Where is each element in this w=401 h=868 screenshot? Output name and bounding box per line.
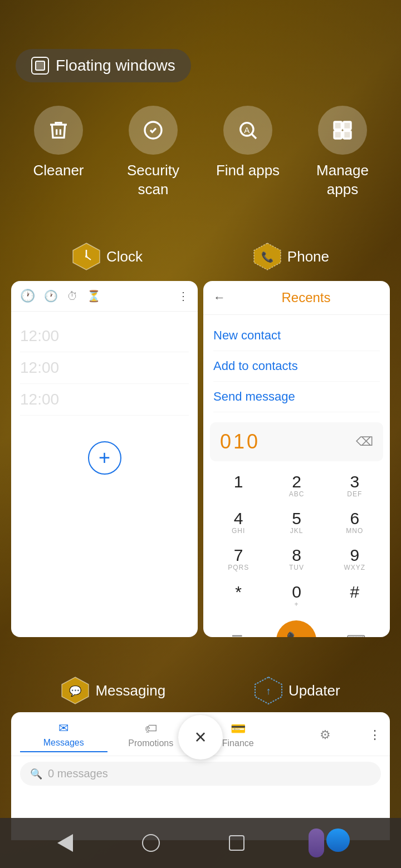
dial-sub-1 bbox=[237, 490, 239, 498]
phone-keypad-button[interactable]: ⌨ bbox=[341, 625, 371, 637]
dial-key-4[interactable]: 4 GHI bbox=[210, 505, 267, 540]
updater-label: Updater bbox=[288, 682, 340, 699]
find-apps-label: Find apps bbox=[216, 161, 280, 180]
dial-key-0[interactable]: 0 + bbox=[268, 578, 325, 614]
svg-text:↑: ↑ bbox=[266, 685, 271, 697]
quick-action-cleaner[interactable]: Cleaner bbox=[17, 106, 100, 199]
svg-text:📞: 📞 bbox=[261, 251, 274, 263]
recents-square-icon bbox=[229, 835, 244, 851]
phone-call-button[interactable]: 📞 bbox=[276, 620, 316, 637]
dial-key-7[interactable]: 7 PQRS bbox=[210, 541, 267, 577]
back-nav-icon bbox=[57, 834, 73, 852]
quick-action-manage-apps[interactable]: Manage apps bbox=[301, 106, 384, 199]
phone-back-button[interactable]: ← bbox=[213, 290, 226, 305]
backspace-button[interactable]: ⌫ bbox=[356, 435, 373, 449]
dial-key-3[interactable]: 3 DEF bbox=[326, 468, 383, 504]
clock-timer-tab[interactable]: ⏱ bbox=[67, 290, 78, 303]
clock-add-button[interactable]: + bbox=[88, 441, 121, 475]
bottom-apps-row: 💬 Messaging ↑ Updater bbox=[0, 676, 401, 705]
clock-alarm-row-3: 12:00 bbox=[20, 384, 189, 416]
clock-more-menu[interactable]: ⋮ bbox=[178, 289, 189, 303]
svg-rect-4 bbox=[334, 122, 341, 129]
svg-line-2 bbox=[252, 135, 257, 139]
phone-new-contact[interactable]: New contact bbox=[213, 320, 380, 351]
dial-digit-hash: # bbox=[350, 584, 359, 600]
clock-hex-icon bbox=[72, 242, 101, 271]
dialpad-grid: 1 2 ABC 3 DEF 4 GHI 5 JKL bbox=[203, 466, 390, 616]
dial-key-9[interactable]: 9 WXYZ bbox=[326, 541, 383, 577]
shield-check-icon bbox=[142, 119, 164, 141]
messaging-label: Messaging bbox=[95, 682, 165, 699]
finance-tab-icon: 💳 bbox=[231, 722, 246, 736]
clock-window: 🕐 🕐 ⏱ ⏳ ⋮ 12:00 12:00 12:00 + bbox=[11, 281, 198, 637]
messaging-more-button[interactable]: ⋮ bbox=[369, 728, 381, 742]
grid-icon bbox=[331, 119, 354, 141]
messaging-tab-messages[interactable]: ✉ Messages bbox=[20, 718, 107, 752]
nav-back-button[interactable] bbox=[51, 829, 79, 857]
phone-add-to-contacts[interactable]: Add to contacts bbox=[213, 351, 380, 382]
dial-key-2[interactable]: 2 ABC bbox=[268, 468, 325, 504]
phone-recents-title: Recents bbox=[232, 290, 380, 305]
dial-sub-4: GHI bbox=[232, 527, 245, 535]
messaging-hex-icon: 💬 bbox=[61, 676, 90, 705]
dial-digit-8: 8 bbox=[292, 547, 301, 564]
dial-number: 010 bbox=[220, 430, 260, 453]
close-icon: × bbox=[194, 726, 206, 749]
app-windows-grid: 🕐 🕐 ⏱ ⏳ ⋮ 12:00 12:00 12:00 + bbox=[11, 281, 390, 637]
dial-key-6[interactable]: 6 MNO bbox=[326, 505, 383, 540]
phone-menu-button[interactable]: ☰ bbox=[222, 625, 252, 637]
clock-body: 12:00 12:00 12:00 bbox=[11, 312, 198, 425]
search-apps-icon: A bbox=[237, 119, 259, 141]
phone-send-message[interactable]: Send message bbox=[213, 382, 380, 412]
dial-key-5[interactable]: 5 JKL bbox=[268, 505, 325, 540]
dial-digit-2: 2 bbox=[292, 474, 301, 490]
clock-app-label[interactable]: Clock bbox=[72, 242, 143, 271]
phone-header: ← Recents bbox=[203, 281, 390, 315]
dial-digit-4: 4 bbox=[234, 510, 243, 527]
dial-sub-8: TUV bbox=[289, 564, 304, 571]
dial-sub-9: WXYZ bbox=[344, 564, 365, 571]
manage-apps-icon-circle bbox=[318, 106, 367, 155]
recent-app-purple[interactable] bbox=[309, 828, 324, 857]
floating-windows-button[interactable]: Floating windows bbox=[16, 49, 191, 82]
promotions-tab-label: Promotions bbox=[128, 738, 173, 748]
quick-action-security-scan[interactable]: Security scan bbox=[111, 106, 195, 199]
clock-worldclock-tab[interactable]: 🕐 bbox=[44, 289, 58, 303]
manage-apps-label: Manage apps bbox=[301, 161, 384, 199]
main-content: Floating windows Cleaner Security scan bbox=[0, 0, 401, 868]
nav-home-button[interactable] bbox=[137, 829, 165, 857]
dial-digit-3: 3 bbox=[350, 474, 359, 490]
recent-app-blue[interactable] bbox=[326, 828, 350, 852]
close-floating-windows-button[interactable]: × bbox=[178, 715, 223, 760]
messaging-app-label[interactable]: 💬 Messaging bbox=[61, 676, 165, 705]
recent-apps-area bbox=[309, 828, 350, 857]
dial-key-8[interactable]: 8 TUV bbox=[268, 541, 325, 577]
home-circle-icon bbox=[142, 834, 160, 852]
svg-rect-7 bbox=[344, 131, 351, 139]
clock-alarm-row-2: 12:00 bbox=[20, 352, 189, 384]
phone-window: ← Recents New contact Add to contacts Se… bbox=[203, 281, 390, 637]
updater-app-label[interactable]: ↑ Updater bbox=[254, 676, 340, 705]
svg-point-11 bbox=[85, 255, 87, 258]
find-apps-icon-circle: A bbox=[223, 106, 272, 155]
nav-recents-button[interactable] bbox=[223, 829, 251, 857]
clock-alarm-tab[interactable]: 🕐 bbox=[20, 289, 35, 303]
dial-key-hash[interactable]: # bbox=[326, 578, 383, 614]
phone-label: Phone bbox=[287, 248, 329, 265]
dial-digit-1: 1 bbox=[234, 474, 243, 490]
dialpad-display: 010 ⌫ bbox=[210, 422, 383, 461]
phone-app-label[interactable]: 📞 Phone bbox=[253, 242, 329, 271]
dial-digit-7: 7 bbox=[234, 547, 243, 564]
dial-digit-star: * bbox=[235, 584, 242, 600]
dial-digit-9: 9 bbox=[350, 547, 359, 564]
dial-key-1[interactable]: 1 bbox=[210, 468, 267, 504]
clock-stopwatch-tab[interactable]: ⏳ bbox=[87, 289, 101, 303]
quick-action-find-apps[interactable]: A Find apps bbox=[206, 106, 290, 199]
svg-rect-6 bbox=[334, 131, 341, 139]
svg-rect-5 bbox=[344, 122, 351, 129]
messaging-search-bar[interactable]: 🔍 0 messages bbox=[20, 762, 381, 786]
dial-key-star[interactable]: * bbox=[210, 578, 267, 614]
dial-sub-hash bbox=[354, 600, 356, 608]
svg-text:A: A bbox=[244, 125, 250, 135]
messaging-tab-settings[interactable]: ⚙ bbox=[282, 724, 369, 746]
